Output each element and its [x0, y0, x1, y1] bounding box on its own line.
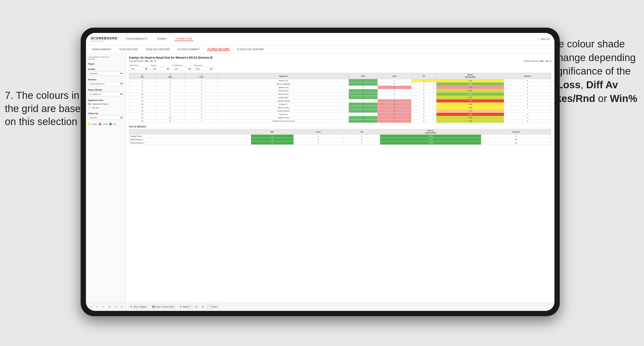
record-row: Overall Record: 353 - 34 - 6 Division Re… — [129, 60, 551, 62]
overall-record: Overall Record: 353 - 34 - 6 — [129, 60, 156, 62]
cell-tie: 0 — [412, 116, 436, 120]
subnav-player-summary[interactable]: PLAYER SUMMARY — [177, 48, 201, 51]
legend-level-dot — [98, 123, 101, 126]
ood-cell-loss: 0 — [294, 138, 343, 141]
cell-win: 2 — [349, 120, 378, 123]
undo2-btn[interactable]: ↩ — [101, 305, 106, 309]
grid-btn[interactable]: ⊟ — [200, 305, 205, 309]
last-updated: Last Updated: 27/03/2024 16:55:38 — [88, 56, 124, 60]
nav-pipe: | — [538, 38, 538, 40]
ood-header-row: Win Loss Tie Diff AvStrokes/Rnd Rounds — [129, 129, 551, 135]
cell-conf: 2 — [185, 96, 218, 99]
cell-diff: 1.50 — [436, 79, 504, 82]
table-row: 9 1 4 Sharon Mun 1 0 0 3.67 3 — [129, 89, 551, 93]
subnav-team-h2h-grid[interactable]: TEAM H2H GRID — [118, 48, 139, 51]
ood-cell-diff: 7.400 — [380, 141, 481, 145]
cell-reg: 6 — [156, 93, 185, 96]
ood-cell-name: Foreign Team — [129, 135, 251, 138]
cell-conf: 3 — [185, 93, 218, 96]
cell-div: 3 — [129, 79, 156, 82]
cell-reg: 1 — [156, 79, 185, 82]
cell-win: 1 — [349, 89, 378, 93]
cell-rounds: 11 — [504, 116, 551, 120]
table-row: 3 1 1 Esther Lee 1 0 1 1.50 4 — [129, 79, 551, 82]
region-select[interactable]: (All) — [151, 67, 170, 71]
opponent-select[interactable]: (All) — [194, 67, 213, 71]
cell-reg: 3 — [156, 86, 185, 89]
nav-teams[interactable]: TEAMS — [156, 37, 167, 41]
cell-diff: 3.33 — [436, 96, 504, 99]
share-icon: ↗ — [209, 306, 211, 308]
region-filter: Region (All) — [151, 64, 170, 71]
layout-btn[interactable]: ⊞ — [194, 305, 198, 309]
undo-btn[interactable]: ↩ — [89, 305, 93, 309]
redo-btn[interactable]: ↪ — [95, 305, 100, 309]
cell-tie: 0 — [412, 113, 436, 116]
nav-committee[interactable]: COMMITTEE — [174, 37, 194, 41]
nav-right: | Sign out — [538, 38, 550, 40]
ood-table: Win Loss Tie Diff AvStrokes/Rnd Rounds F… — [129, 129, 551, 145]
right-panel: Katelyn Vo Head-to-Head Grid for Women's… — [126, 54, 554, 302]
cell-rounds: 6 — [504, 120, 551, 123]
gender-select[interactable]: Women's Men's — [88, 71, 124, 75]
th-rounds: Rounds — [504, 73, 551, 79]
subnav-player-h2h-heatmap[interactable]: PLAYER H2H HEATMAP — [236, 48, 265, 51]
watch-btn[interactable]: 👁 Watch ▾ — [178, 305, 192, 309]
cell-diff: -3.00 — [436, 99, 504, 103]
cell-div: 5 — [129, 82, 156, 86]
ood-cell-win: 15 — [251, 138, 294, 141]
cell-diff: 0.38 — [436, 103, 504, 106]
conference-select[interactable]: (All) — [172, 67, 192, 71]
cell-reg: 7 — [156, 103, 185, 106]
cell-reg: 8 — [156, 106, 185, 109]
cell-reg: 5 — [156, 96, 185, 99]
cell-opponent: Alexis Sudjianto — [218, 82, 349, 86]
table-row: 5 2 2 Alexis Sudjianto 1 0 0 4.00 3 — [129, 82, 551, 86]
cell-loss: 1 — [378, 116, 412, 120]
view-original-btn[interactable]: 👁 View: Original — [128, 305, 148, 309]
tablet-screen: SCOREBOARD Powered by clippd TOURNAMENTS… — [86, 33, 554, 311]
top-nav: SCOREBOARD Powered by clippd TOURNAMENTS… — [86, 33, 554, 45]
cell-rounds: 3 — [504, 82, 551, 86]
table-row: 20 11 7 Federica Domecq Lacroze 2 1 0 1.… — [129, 120, 551, 123]
panel-division-section: Division NCAA Division III NCAA Division… — [88, 78, 124, 86]
colour-by-select[interactable]: Win/loss Diff Av Strokes/Rnd Win% — [88, 116, 124, 120]
subnav-player-h2h-grid[interactable]: PLAYER H2H GRID — [206, 48, 230, 51]
th-win: Win — [349, 73, 378, 79]
tablet-frame: SCOREBOARD Powered by clippd TOURNAMENTS… — [81, 28, 560, 316]
cell-diff: 3.67 — [436, 89, 504, 93]
cut-btn[interactable]: ✂ — [114, 305, 118, 309]
radio-opponents-played[interactable]: Opponents Played — [88, 102, 124, 106]
nav-links: TOURNAMENTS TEAMS COMMITTEE — [125, 37, 538, 41]
division-select[interactable]: NCAA Division III NCAA Division I NCAA D… — [88, 82, 124, 86]
ood-cell-win: 1 — [251, 135, 294, 138]
subnav-team-h2h-heatmap[interactable]: TEAM H2H HEATMAP — [145, 48, 171, 51]
opponents-select[interactable]: (All) — [129, 67, 148, 71]
cell-conf: 2 — [185, 82, 218, 86]
cell-rounds: 3 — [504, 89, 551, 93]
radio-top-100[interactable]: Top 100 — [88, 106, 124, 109]
cell-loss: 0 — [378, 96, 412, 99]
subnav-team-summary[interactable]: TEAM SUMMARY — [91, 48, 112, 51]
nav-tournaments[interactable]: TOURNAMENTS — [125, 37, 148, 41]
table-row: 14 7 4 Eunice Yi 2 2 0 0.38 9 — [129, 103, 551, 106]
copy-btn[interactable]: ⧉ — [108, 305, 112, 309]
table-header-row: #Div #Reg #Conf Opponent Win Loss Tie Di… — [129, 73, 551, 79]
cell-opponent: Sharon Mun — [218, 89, 349, 93]
share-btn[interactable]: ↗ Share — [207, 305, 219, 309]
cell-reg: 11 — [156, 120, 185, 123]
timer-btn[interactable]: ⏱ — [120, 305, 124, 309]
ood-cell-name: NCAA Division 2 — [129, 141, 251, 145]
eye-icon: 👁 — [130, 306, 132, 308]
cell-loss: 1 — [378, 106, 412, 109]
cell-diff: -1.00 — [436, 86, 504, 89]
cell-div: 16 — [129, 109, 156, 113]
ood-cell-rounds: 2 — [481, 135, 551, 138]
cell-conf: 5 — [185, 106, 218, 109]
save-custom-btn[interactable]: 💾 Save Custom View — [150, 305, 176, 309]
player-rank-select[interactable]: 8. Katelyn Vo — [88, 92, 124, 96]
sign-out-link[interactable]: Sign out — [541, 38, 550, 40]
cell-div: 13 — [129, 99, 156, 103]
ood-cell-loss: 0 — [294, 135, 343, 138]
cell-loss: 0 — [378, 89, 412, 93]
